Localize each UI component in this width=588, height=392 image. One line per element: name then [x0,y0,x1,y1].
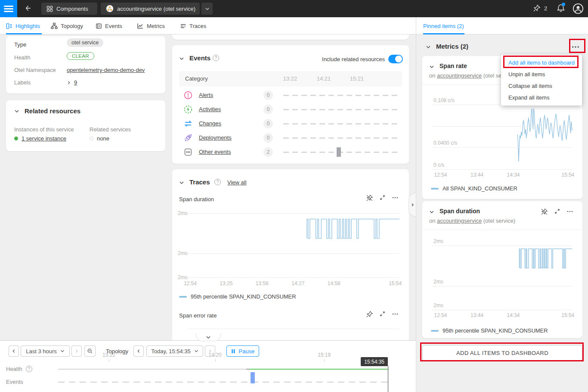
tab-highlights[interactable]: Highlights [6,17,40,34]
menu-item-unpin-all[interactable]: Unpin all items [501,68,582,80]
gridline [188,213,399,214]
range-back-button[interactable] [9,345,19,357]
timeline-event-bar [251,372,255,383]
timeline-track[interactable]: 13:2214:2015:19 15:54:35 [58,352,388,391]
metrics-context-menu: Add all items to dashboard Unpin all ite… [501,55,582,106]
x-axis-tick-label: 14:34 [507,312,520,318]
notifications-button[interactable] [556,3,566,14]
gridline [432,126,572,127]
menu-item-collapse-all[interactable]: Collapse all items [501,80,582,92]
right-panel-collapse-handle[interactable] [409,193,416,217]
traces-collapse-chevron[interactable] [179,180,184,187]
events-row-changes: Changes 0 [172,118,409,132]
help-icon[interactable]: ? [213,55,219,61]
deployments-link[interactable]: Deployments [199,134,232,141]
events-dashline [58,382,388,383]
card-collapse-chevron[interactable] [429,64,434,71]
subtitle-prefix: on [429,218,435,224]
related-collapse-chevron[interactable] [14,109,19,115]
tab-traces[interactable]: Traces [180,17,206,34]
labels-count-link[interactable]: 9 [74,79,77,86]
tab-metrics-label: Metrics [147,23,165,29]
top-bar: Components accountingservice (otel servi… [0,0,588,17]
subtitle-prefix: on [429,72,435,79]
service-instance-link[interactable]: 1 service instance [22,135,66,142]
x-axis-tick-label: 15:54 [389,280,402,286]
activities-link[interactable]: Activities [199,106,221,112]
hamburger-bar [4,11,13,12]
gridline [432,246,572,246]
gridline [188,253,399,254]
tab-pinned-items[interactable]: Pinned items (2) [423,17,464,34]
metrics-group-header: Metrics (2) [436,43,468,50]
metrics-collapse-chevron[interactable] [426,44,431,51]
toggle-knob [395,56,402,62]
other-events-link[interactable]: Other events [199,149,231,155]
card-collapse-chevron[interactable] [429,209,434,216]
x-axis-tick-label: 14:58 [328,280,340,286]
pinned-items-button[interactable]: 2 [533,4,547,12]
chevron-right-icon [411,203,415,207]
y-axis-tick-label: 0.0400 c/s [433,140,457,146]
tab-metrics[interactable]: Metrics [137,17,165,34]
include-related-toggle[interactable] [388,55,403,63]
unpin-icon[interactable] [541,208,548,215]
deployments-sparkline [283,137,399,139]
playhead-line[interactable] [388,366,389,392]
legend-label: 95th percentile SPAN_KIND_CONSUMER [191,293,296,300]
tab-topology[interactable]: Topology [51,17,83,34]
bottom-panel-collapse-tab[interactable] [196,333,221,341]
tab-components[interactable]: Components [41,3,97,15]
chevron-right-icon[interactable] [67,81,71,85]
events-row-activities: Activities 0 [172,104,409,118]
category-header: Category [185,75,208,82]
more-options-icon[interactable] [392,311,399,318]
user-avatar[interactable] [573,3,584,16]
more-options-icon[interactable] [566,208,573,215]
active-tab-underline [6,33,42,34]
namespace-link[interactable]: opentelemetry-demo-demo-dev [67,67,145,73]
gridline [432,147,572,148]
x-axis-tick-label: 13:56 [256,280,269,286]
expand-icon[interactable] [379,194,386,202]
gridline [432,286,572,286]
events-row-label: Events [6,379,23,385]
entity-link[interactable]: accountingservice [437,72,482,79]
more-options-icon[interactable] [392,194,399,202]
events-collapse-chevron[interactable] [179,56,184,62]
menu-item-add-all-to-dashboard[interactable]: Add all items to dashboard [501,57,582,68]
more-options-icon [571,43,580,51]
view-all-link[interactable]: View all [227,179,247,186]
help-icon[interactable]: ? [214,179,221,185]
metrics-more-options-button[interactable] [571,43,580,53]
events-row-deployments: Deployments 0 [172,132,409,146]
chevron-down-icon [206,335,211,340]
changes-link[interactable]: Changes [199,120,221,127]
events-row-other: Other events 2 [172,146,409,161]
help-icon[interactable]: ? [26,366,32,372]
tab-events[interactable]: Events [96,17,122,34]
tab-entity-dropdown[interactable] [201,3,213,15]
expand-icon[interactable] [554,208,560,215]
unpin-icon[interactable] [366,194,373,202]
tab-entity[interactable]: accountingservice (otel service) [101,3,200,15]
span-rate-plot: 0.108 c/s0.0400 c/s0 c/s12:5413:4414:341… [432,105,572,169]
include-related-label: Include related resources [322,56,385,62]
add-all-items-to-dashboard-button[interactable]: ADD ALL ITEMS TO DASHBOARD [422,345,582,361]
service-icon [106,5,114,12]
pin-icon[interactable] [366,311,373,318]
entity-link[interactable]: accountingservice [437,218,482,224]
other-events-bar [337,147,341,157]
span-error-gridline [188,329,399,329]
back-button[interactable] [24,4,31,13]
span-duration-title: Span duration [439,208,480,215]
alerts-link[interactable]: Alerts [199,92,213,98]
divider [422,230,582,230]
menu-item-expand-all[interactable]: Expand all items [501,92,582,103]
changes-sparkline [283,123,399,124]
expand-icon[interactable] [379,311,386,318]
y-axis-tick-label: 2ms [178,250,186,256]
alerts-sparkline [283,95,399,96]
gridline [432,169,572,170]
hamburger-menu-button[interactable] [0,0,17,17]
